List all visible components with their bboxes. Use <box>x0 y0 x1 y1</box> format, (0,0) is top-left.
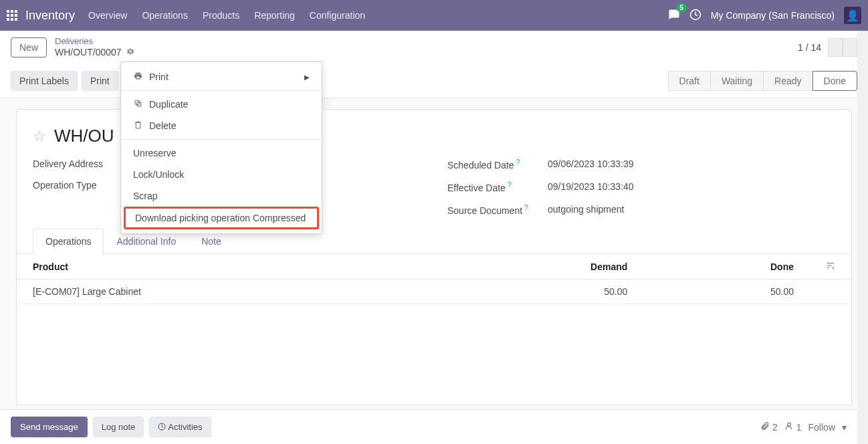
nav-reporting[interactable]: Reporting <box>254 10 295 21</box>
menu-print[interactable]: Print ▶ <box>121 66 322 88</box>
follow-caret-icon[interactable]: ▾ <box>842 422 847 433</box>
operation-type-label: Operation Type <box>33 180 133 191</box>
nav-products[interactable]: Products <box>203 10 239 21</box>
log-note-button[interactable]: Log note <box>93 417 144 437</box>
statusbar: Draft Waiting Ready Done <box>669 71 857 91</box>
app-name[interactable]: Inventory <box>25 9 75 23</box>
scheduled-date-value: 09/06/2023 10:33:39 <box>548 158 633 171</box>
col-product[interactable]: Product <box>17 254 437 280</box>
user-avatar[interactable]: 👤 <box>844 7 861 24</box>
status-done[interactable]: Done <box>812 71 857 91</box>
status-ready[interactable]: Ready <box>763 71 812 91</box>
pager-prev[interactable] <box>828 38 843 57</box>
pager-text[interactable]: 1 / 14 <box>798 42 821 53</box>
menu-download-picking[interactable]: Download picking operation Compressed <box>124 207 319 229</box>
nav-operations[interactable]: Operations <box>142 10 187 21</box>
nav-configuration[interactable]: Configuration <box>310 10 365 21</box>
source-document-label: Source Document? <box>447 204 548 216</box>
help-icon[interactable]: ? <box>508 181 512 189</box>
effective-date-label: Effective Date? <box>447 181 548 193</box>
scrollbar[interactable] <box>857 31 868 444</box>
menu-lock-unlock[interactable]: Lock/Unlock <box>121 164 322 185</box>
activities-button[interactable]: Activities <box>149 417 211 437</box>
company-name[interactable]: My Company (San Francisco) <box>711 10 835 21</box>
status-waiting[interactable]: Waiting <box>710 71 764 91</box>
activities-icon[interactable] <box>689 9 701 23</box>
status-draft[interactable]: Draft <box>668 71 711 91</box>
send-message-button[interactable]: Send message <box>11 417 88 437</box>
gear-dropdown: Print ▶ Duplicate Delete Unreserve Lock/… <box>120 62 322 234</box>
attachment-icon[interactable]: 2 <box>760 421 778 433</box>
print-labels-button[interactable]: Print Labels <box>11 71 78 91</box>
cell-demand: 50.00 <box>437 280 643 304</box>
new-button[interactable]: New <box>11 37 47 58</box>
effective-date-value: 09/19/2023 10:33:40 <box>548 181 633 193</box>
columns-settings-icon[interactable] <box>810 254 851 280</box>
messaging-icon[interactable]: 5 <box>668 9 680 23</box>
menu-scrap[interactable]: Scrap <box>121 185 322 207</box>
gear-icon[interactable] <box>126 47 135 59</box>
messaging-badge: 5 <box>676 3 687 12</box>
tab-operations[interactable]: Operations <box>33 229 104 254</box>
source-document-value: outgoing shipment <box>548 204 624 216</box>
duplicate-icon <box>133 99 142 110</box>
print-button[interactable]: Print <box>82 71 118 91</box>
help-icon[interactable]: ? <box>524 204 528 211</box>
chevron-right-icon: ▶ <box>304 74 310 81</box>
trash-icon <box>133 120 142 131</box>
svg-point-2 <box>788 423 791 426</box>
cell-done: 50.00 <box>643 280 810 304</box>
followers-icon[interactable]: 1 <box>784 421 802 433</box>
cell-product: [E-COM07] Large Cabinet <box>17 280 437 304</box>
menu-duplicate[interactable]: Duplicate <box>121 94 322 115</box>
follow-button[interactable]: Follow <box>808 422 835 433</box>
menu-delete[interactable]: Delete <box>121 115 322 136</box>
col-demand[interactable]: Demand <box>437 254 643 280</box>
breadcrumb-parent[interactable]: Deliveries <box>55 36 135 47</box>
delivery-address-label: Delivery Address <box>33 158 133 169</box>
help-icon[interactable]: ? <box>516 158 520 166</box>
col-done[interactable]: Done <box>643 254 810 280</box>
favorite-star-icon[interactable]: ☆ <box>33 128 46 145</box>
scheduled-date-label: Scheduled Date? <box>447 158 548 171</box>
print-icon <box>133 72 142 82</box>
menu-unreserve[interactable]: Unreserve <box>121 142 322 164</box>
nav-overview[interactable]: Overview <box>88 10 127 21</box>
breadcrumb-current: WH/OUT/00007 <box>55 47 122 58</box>
record-title: WH/OU <box>54 126 114 146</box>
table-row[interactable]: [E-COM07] Large Cabinet 50.00 50.00 <box>17 280 851 304</box>
apps-icon[interactable] <box>7 10 17 21</box>
pager-next[interactable] <box>843 38 857 57</box>
